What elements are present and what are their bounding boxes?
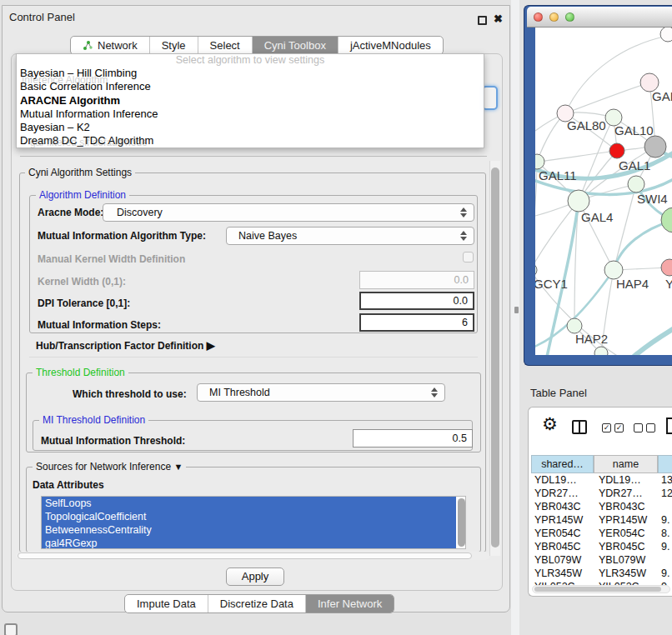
tab-network[interactable]: Network: [71, 37, 149, 54]
table-row[interactable]: YDR27…YDR27…12: [529, 488, 672, 501]
network-edge[interactable]: [565, 82, 649, 113]
tab-label: Select: [210, 37, 240, 54]
combo-spinner-icon: [431, 388, 438, 398]
which-threshold-combo[interactable]: MI Threshold: [197, 383, 445, 402]
panel-splitter[interactable]: [511, 0, 519, 635]
close-icon[interactable]: ✖: [494, 12, 503, 25]
table-cell: YDL19…: [599, 474, 641, 486]
apply-button[interactable]: Apply: [226, 568, 284, 586]
expand-arrow-icon: ▶: [207, 339, 215, 352]
table-row[interactable]: YBR043CYBR043C: [529, 501, 672, 514]
list-scrollbar-thumb[interactable]: [458, 498, 465, 547]
table-row[interactable]: YDL19…YDL19…13: [529, 474, 672, 488]
tab-jactivemnodules[interactable]: jActiveMNodules: [338, 37, 443, 54]
combo-spinner-icon: [460, 208, 467, 218]
node-SWI4[interactable]: [628, 176, 644, 192]
node-label-GAL4: GAL4: [581, 210, 613, 224]
sources-group-label: Sources for Network Inference: [36, 461, 171, 472]
table-row[interactable]: YLR345WYLR345W9.: [529, 568, 672, 581]
table-cell: YDR27…: [599, 488, 643, 499]
table-cell: 12: [661, 488, 672, 499]
aracne-mode-combo[interactable]: Discovery: [103, 203, 474, 222]
data-attribute-item[interactable]: SelfLoops: [42, 497, 456, 510]
node-top-partial[interactable]: [660, 28, 672, 42]
table-cell: YPR145W: [534, 514, 583, 526]
zoom-traffic-light-icon[interactable]: [565, 12, 574, 22]
network-edge[interactable]: [535, 162, 537, 236]
tab-style[interactable]: Style: [149, 37, 198, 54]
data-attribute-item[interactable]: gal4RGexp: [42, 537, 456, 549]
mi-threshold-group-title: MI Threshold Definition: [39, 414, 148, 426]
node-GCY1[interactable]: [535, 263, 537, 277]
aracne-mode-label: Aracne Mode:: [38, 207, 103, 218]
column-header-partial[interactable]: [658, 455, 672, 473]
data-attribute-item[interactable]: BetweennessCentrality: [42, 523, 456, 537]
which-threshold-label: Which threshold to use:: [73, 388, 187, 400]
table-cell: YLR345W: [534, 568, 582, 579]
checked-pair-icon[interactable]: ✓✓: [602, 423, 624, 432]
tab-label: Style: [162, 37, 186, 54]
table-row[interactable]: YER054CYER054C8.: [529, 528, 672, 541]
split-columns-icon[interactable]: [572, 420, 587, 434]
minimize-traffic-light-icon[interactable]: [549, 12, 559, 22]
mi-threshold-field[interactable]: 0.5: [353, 429, 473, 448]
algorithm-definition-title: Algorithm Definition: [36, 189, 129, 201]
mi-steps-field[interactable]: 6: [359, 313, 474, 332]
partial-table-icon[interactable]: [666, 418, 672, 434]
tab-label: jActiveMNodules: [350, 37, 431, 54]
mi-type-combo[interactable]: Naive Bayes: [226, 227, 474, 245]
hub-section-toggle[interactable]: Hub/Transcription Factor Definition ▶: [36, 339, 215, 352]
settings-hscrollbar-thumb[interactable]: [18, 552, 472, 559]
node-gray[interactable]: [644, 136, 666, 158]
table-cell: YBR043C: [534, 501, 581, 512]
node-red[interactable]: [609, 143, 624, 158]
algorithm-option[interactable]: Mutual Information Inference: [17, 108, 484, 121]
column-header-shared[interactable]: shared…: [531, 455, 594, 473]
kernel-width-field[interactable]: 0.0: [359, 271, 474, 289]
node-GAL4[interactable]: [568, 190, 589, 212]
network-edge-highlighted[interactable]: [634, 328, 672, 355]
aracne-mode-value: Discovery: [117, 207, 163, 218]
float-window-icon[interactable]: [478, 16, 487, 25]
table-row[interactable]: YBR045CYBR045C9.: [529, 541, 672, 554]
network-edge[interactable]: [614, 184, 636, 270]
network-canvas[interactable]: GALGAL80GAL10GAL1GAL11SWI4GAL4GCY1HAP4YH…: [535, 28, 672, 355]
table-hscrollbar-thumb[interactable]: [534, 587, 661, 592]
gear-icon[interactable]: ⚙: [542, 414, 558, 434]
sources-group-title[interactable]: Sources for Network Inference ▼: [33, 461, 186, 472]
manual-kernel-checkbox[interactable]: [463, 252, 474, 262]
combo-spinner-icon: [460, 231, 467, 241]
restore-panel-icon[interactable]: [4, 623, 18, 635]
node-green-right[interactable]: [661, 208, 672, 232]
network-window-titlebar[interactable]: [527, 7, 672, 28]
table-panel: ⚙ ✓✓ shared… name YDL19…YDL19…13YDR27…YD…: [528, 407, 672, 597]
dpi-tolerance-field[interactable]: 0.0: [359, 292, 474, 310]
node-label-GAL1: GAL1: [619, 158, 650, 172]
close-traffic-light-icon[interactable]: [534, 12, 543, 22]
tab-select[interactable]: Select: [198, 37, 252, 54]
tab-cyni-toolbox[interactable]: Cyni Toolbox: [252, 37, 338, 54]
settings-vscrollbar-thumb[interactable]: [491, 168, 499, 548]
table-hscrollbar-track[interactable]: [532, 585, 670, 593]
table-row[interactable]: YPR145WYPR145W9.: [529, 514, 672, 528]
algorithm-option[interactable]: ARACNE Algorithm: [17, 94, 484, 108]
algorithm-option[interactable]: Bayesian – K2: [17, 121, 484, 134]
table-cell: YBR043C: [599, 501, 645, 512]
node-pink-right[interactable]: [661, 259, 672, 276]
tab-infer-network[interactable]: Infer Network: [305, 595, 394, 612]
unchecked-pair-icon[interactable]: [634, 423, 655, 432]
ghost-network-combo-value: gal-filtered sif default node: [30, 137, 148, 148]
tab-discretize-data[interactable]: Discretize Data: [208, 595, 305, 612]
network-edge[interactable]: [537, 151, 617, 162]
table-cell: YBR045C: [534, 541, 581, 552]
hidden-group-border: [20, 156, 487, 157]
tab-impute-data[interactable]: Impute Data: [125, 595, 208, 612]
splitter-handle[interactable]: [514, 307, 519, 313]
table-row[interactable]: YBL079WYBL079W: [529, 554, 672, 568]
data-attributes-list[interactable]: SelfLoopsTopologicalCoefficientBetweenne…: [41, 496, 466, 549]
data-attribute-item[interactable]: TopologicalCoefficient: [42, 510, 456, 523]
column-header-name[interactable]: name: [594, 455, 658, 473]
cyni-bottom-tabbar: Impute DataDiscretize DataInfer Network: [124, 594, 394, 613]
node-label-HAP2: HAP2: [575, 332, 608, 346]
node-label-GAL80: GAL80: [567, 118, 606, 132]
